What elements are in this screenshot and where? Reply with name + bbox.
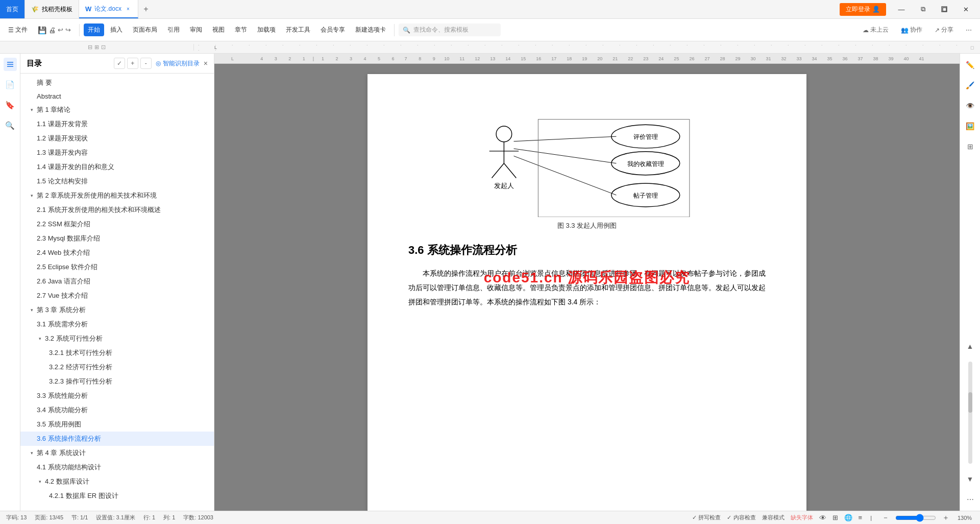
- toolbar-develop[interactable]: 开发工具: [282, 23, 314, 36]
- toc-item-ch1[interactable]: ▾ 第 1 章绪论: [20, 103, 214, 117]
- toc-item-2-2[interactable]: 2.2 SSM 框架介绍: [20, 217, 214, 231]
- tab-doc[interactable]: W 论文.docx ×: [79, 0, 138, 18]
- view-icon-web[interactable]: 🌐: [844, 514, 852, 521]
- nosave-button[interactable]: ☁ 未上云: [859, 23, 893, 36]
- more-button[interactable]: ⋯: [962, 25, 976, 36]
- right-brush-icon[interactable]: 🖌️: [963, 78, 977, 92]
- redo-btn[interactable]: ↪: [65, 26, 71, 34]
- toolbar-search-box[interactable]: 🔍 查找命令、搜索模板: [399, 23, 501, 36]
- toggle-4-2[interactable]: ▾: [37, 479, 43, 485]
- view-icon-print[interactable]: ⊞: [832, 514, 838, 521]
- toggle-ch2[interactable]: ▾: [29, 193, 35, 199]
- toc-item-3-2[interactable]: ▾ 3.2 系统可行性分析: [20, 331, 214, 346]
- toc-item-1-3[interactable]: 1.3 课题开发内容: [20, 146, 214, 160]
- toc-item-ch4[interactable]: ▾ 第 4 章 系统设计: [20, 446, 214, 460]
- review-label: 审阅: [190, 26, 202, 34]
- print-icon[interactable]: 🖨: [48, 26, 56, 34]
- toc-item-abstract-en[interactable]: Abstract: [20, 90, 214, 103]
- toc-item-3-2-1[interactable]: 3.2.1 技术可行性分析: [20, 346, 214, 360]
- nav-file-icon[interactable]: 📄: [4, 78, 17, 91]
- toc-item-4-2-1[interactable]: 4.2.1 数据库 ER 图设计: [20, 489, 214, 503]
- toc-item-2-1[interactable]: 2.1 系统开发所使用的相关技术和环境概述: [20, 203, 214, 217]
- minimize-button[interactable]: —: [891, 2, 912, 17]
- toc-item-2-5[interactable]: 2.5 Eclipse 软件介绍: [20, 260, 214, 274]
- toc-item-4-2[interactable]: ▾ 4.2 数据库设计: [20, 474, 214, 489]
- close-button[interactable]: ✕: [955, 2, 976, 17]
- toc-item-ch3[interactable]: ▾ 第 3 章 系统分析: [20, 303, 214, 317]
- tab-home[interactable]: 首页: [0, 0, 25, 18]
- toc-item-2-4[interactable]: 2.4 Web 技术介绍: [20, 246, 214, 260]
- share-button[interactable]: ↗ 分享: [930, 23, 958, 36]
- toc-item-3-2-2[interactable]: 3.2.2 经济可行性分析: [20, 360, 214, 374]
- close-tab-icon[interactable]: ×: [125, 5, 132, 12]
- content-check-status[interactable]: ✓ 内容检查: [727, 514, 755, 521]
- restore-button[interactable]: ⧉: [913, 2, 933, 17]
- toggle-ch4[interactable]: ▾: [29, 450, 35, 456]
- toc-item-1-1[interactable]: 1.1 课题开发背景: [20, 117, 214, 131]
- sidebar-tool-minus[interactable]: -: [140, 58, 152, 69]
- toc-item-3-6[interactable]: 3.6 系统操作流程分析: [20, 432, 214, 446]
- toc-label: 2.7 Vue 技术介绍: [37, 291, 88, 300]
- toc-item-3-1[interactable]: 3.1 系统需求分析: [20, 317, 214, 331]
- right-eye-icon[interactable]: 👁️: [963, 99, 977, 113]
- toolbar-chapter[interactable]: 章节: [231, 23, 251, 36]
- zoom-in-button[interactable]: ＋: [942, 513, 949, 522]
- spellcheck-status[interactable]: ✓ 拼写检查: [692, 514, 721, 521]
- toc-item-3-2-3[interactable]: 3.2.3 操作可行性分析: [20, 374, 214, 389]
- toggle-ch1[interactable]: ▾: [29, 107, 35, 113]
- toc-item-3-3[interactable]: 3.3 系统性能分析: [20, 389, 214, 403]
- toolbar-view[interactable]: 视图: [208, 23, 229, 36]
- toc-label: 摘 要: [37, 78, 52, 87]
- toc-item-1-5[interactable]: 1.5 论文结构安排: [20, 174, 214, 188]
- toc-item-1-4[interactable]: 1.4 课题开发的目的和意义: [20, 160, 214, 174]
- toggle-3-2[interactable]: ▾: [37, 336, 43, 342]
- toolbar-member[interactable]: 会员专享: [316, 23, 349, 36]
- nav-toc-icon[interactable]: [4, 58, 17, 71]
- toc-item-3-5[interactable]: 3.5 系统用例图: [20, 417, 214, 432]
- toolbar-insert[interactable]: 插入: [106, 23, 127, 36]
- zoom-level[interactable]: 130%: [955, 515, 974, 521]
- toggle-ch3[interactable]: ▾: [29, 307, 35, 313]
- horizontal-ruler: · · · · · · · · · · · · · · · · · · · · …: [194, 42, 980, 53]
- zoom-out-button[interactable]: －: [882, 513, 889, 522]
- toolbar-ref[interactable]: 引用: [163, 23, 184, 36]
- toc-item-2-7[interactable]: 2.7 Vue 技术介绍: [20, 289, 214, 303]
- save-icon[interactable]: 💾: [38, 26, 46, 34]
- toc-item-2-3[interactable]: 2.3 Mysql 数据库介绍: [20, 231, 214, 246]
- tab-template[interactable]: 🌾 找稻壳模板: [25, 0, 79, 18]
- font-missing-label[interactable]: 缺失字体: [791, 514, 813, 521]
- right-grid-icon[interactable]: ⊞: [963, 139, 977, 154]
- toc-item-ch2[interactable]: ▾ 第 2 章系统开发所使用的相关技术和环境: [20, 188, 214, 203]
- sidebar-tool-check[interactable]: ✓: [114, 58, 125, 69]
- menu-button[interactable]: ☰ 文件: [4, 23, 32, 36]
- right-scroll-up[interactable]: ▲: [963, 339, 977, 353]
- right-pencil-icon[interactable]: ✏️: [963, 58, 977, 72]
- smart-toc-button[interactable]: ◎ 智能识别目录: [156, 59, 200, 68]
- nav-bookmark-icon[interactable]: 🔖: [4, 99, 17, 112]
- toc-item-4-1[interactable]: 4.1 系统功能结构设计: [20, 460, 214, 474]
- nav-search-icon[interactable]: 🔍: [4, 119, 17, 132]
- toc-item-1-2[interactable]: 1.2 课题开发现状: [20, 131, 214, 146]
- toolbar-start[interactable]: 开始: [84, 23, 104, 36]
- zoom-slider[interactable]: [895, 514, 936, 522]
- sidebar-tool-plus[interactable]: +: [127, 58, 138, 69]
- sidebar-close-button[interactable]: ×: [204, 59, 208, 67]
- toolbar-layout[interactable]: 页面布局: [129, 23, 161, 36]
- toc-item-3-4[interactable]: 3.4 系统功能分析: [20, 403, 214, 417]
- add-tab-button[interactable]: +: [138, 0, 154, 18]
- right-scrollbar-thumb[interactable]: [968, 392, 972, 413]
- toolbar-additem[interactable]: 加载项: [253, 23, 280, 36]
- right-more-btn[interactable]: ⋯: [963, 492, 977, 507]
- toc-item-2-6[interactable]: 2.6 Java 语言介绍: [20, 274, 214, 289]
- right-scroll-down[interactable]: ▼: [963, 472, 977, 486]
- toolbar-newtab[interactable]: 新建选项卡: [351, 23, 390, 36]
- login-button[interactable]: 立即登录 👤: [840, 3, 886, 16]
- undo-btn[interactable]: ↩: [58, 26, 63, 34]
- right-image-icon[interactable]: 🖼️: [963, 119, 977, 133]
- collab-button[interactable]: 👥 协作: [897, 23, 926, 36]
- view-icon-read[interactable]: 👁: [819, 514, 826, 522]
- maximize-button[interactable]: [934, 2, 954, 17]
- toolbar-review[interactable]: 审阅: [186, 23, 206, 36]
- toc-item-abstract-cn[interactable]: 摘 要: [20, 76, 214, 90]
- view-icon-outline[interactable]: ≡: [859, 514, 863, 521]
